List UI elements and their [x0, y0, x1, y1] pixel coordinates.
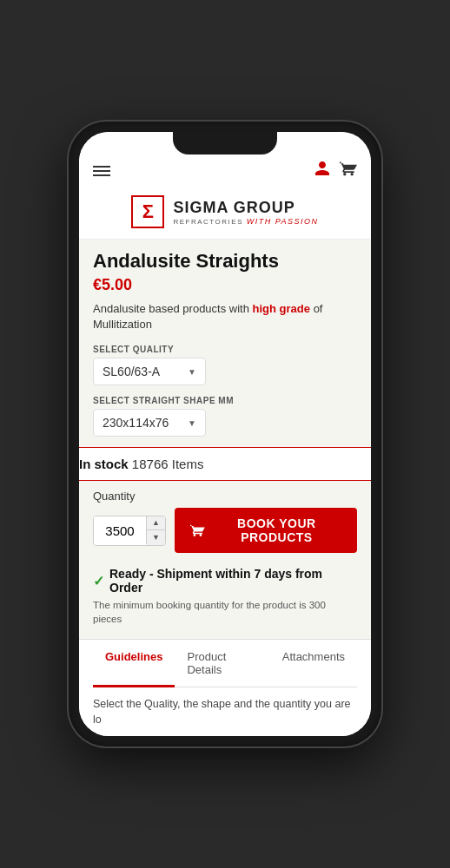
- book-products-button[interactable]: BOOK YOUR PRODUCTS: [175, 508, 357, 553]
- quality-label: SELECT QUALITY: [93, 345, 357, 354]
- quantity-book-row: ▲ ▼ BOOK YOUR PRODUCTS: [93, 508, 357, 553]
- shipment-note: The minimum booking quantity for the pro…: [93, 598, 357, 626]
- product-description: Andalusite based products with high grad…: [93, 301, 357, 332]
- tab-attachments[interactable]: Attachments: [270, 640, 357, 687]
- quantity-up-button[interactable]: ▲: [146, 516, 165, 530]
- shape-dropdown[interactable]: 230x114x76 ▼: [93, 409, 206, 437]
- tab-guidelines[interactable]: Guidelines: [93, 640, 175, 687]
- book-cart-icon: [190, 522, 205, 539]
- phone-frame: Σ SIGMA GROUP REFRACTORIES with passion …: [69, 122, 381, 746]
- quantity-label: Quantity: [93, 490, 357, 503]
- product-title: Andalusite Straights: [93, 250, 357, 273]
- phone-notch: [173, 132, 277, 155]
- quantity-arrows: ▲ ▼: [146, 516, 165, 545]
- stock-bar: In stock 18766 Items: [79, 447, 371, 481]
- quantity-input[interactable]: [94, 516, 146, 545]
- tabs-section: Guidelines Product Details Attachments S…: [79, 639, 371, 736]
- cart-icon[interactable]: [340, 160, 357, 181]
- logo[interactable]: Σ SIGMA GROUP REFRACTORIES with passion: [131, 195, 318, 228]
- logo-text: SIGMA GROUP REFRACTORIES with passion: [173, 199, 318, 226]
- menu-button[interactable]: [93, 166, 110, 176]
- screen-content: Σ SIGMA GROUP REFRACTORIES with passion …: [79, 132, 371, 736]
- quantity-area: Quantity ▲ ▼ BOOK YOUR PRODUCTS: [93, 481, 357, 560]
- quality-dropdown[interactable]: SL60/63-A ▼: [93, 358, 206, 385]
- product-content: Andalusite Straights €5.00 Andalusite ba…: [79, 240, 371, 437]
- shipment-info: ✓ Ready - Shipment within 7 days from Or…: [93, 560, 357, 629]
- shipment-main: ✓ Ready - Shipment within 7 days from Or…: [93, 567, 357, 595]
- chevron-down-icon: ▼: [188, 367, 196, 377]
- quantity-input-wrap: ▲ ▼: [93, 516, 166, 546]
- shape-label: SELECT STRAIGHT SHAPE mm: [93, 396, 357, 405]
- product-price: €5.00: [93, 276, 357, 294]
- quantity-section: Quantity ▲ ▼ BOOK YOUR PRODUCTS: [79, 481, 371, 629]
- tab-content: Select the Quality, the shape and the qu…: [93, 687, 357, 736]
- phone-screen: Σ SIGMA GROUP REFRACTORIES with passion …: [79, 132, 371, 736]
- header-icons: [314, 160, 357, 181]
- logo-section: Σ SIGMA GROUP REFRACTORIES with passion: [79, 188, 371, 240]
- tab-product-details[interactable]: Product Details: [175, 640, 269, 687]
- quantity-down-button[interactable]: ▼: [146, 530, 165, 544]
- logo-subtitle: REFRACTORIES with passion: [173, 217, 318, 226]
- brand-name: SIGMA GROUP: [173, 199, 318, 217]
- sigma-symbol: Σ: [131, 195, 164, 228]
- chevron-down-icon: ▼: [188, 418, 196, 428]
- tabs-row: Guidelines Product Details Attachments: [93, 640, 357, 687]
- user-icon[interactable]: [314, 160, 331, 181]
- check-icon: ✓: [93, 573, 104, 589]
